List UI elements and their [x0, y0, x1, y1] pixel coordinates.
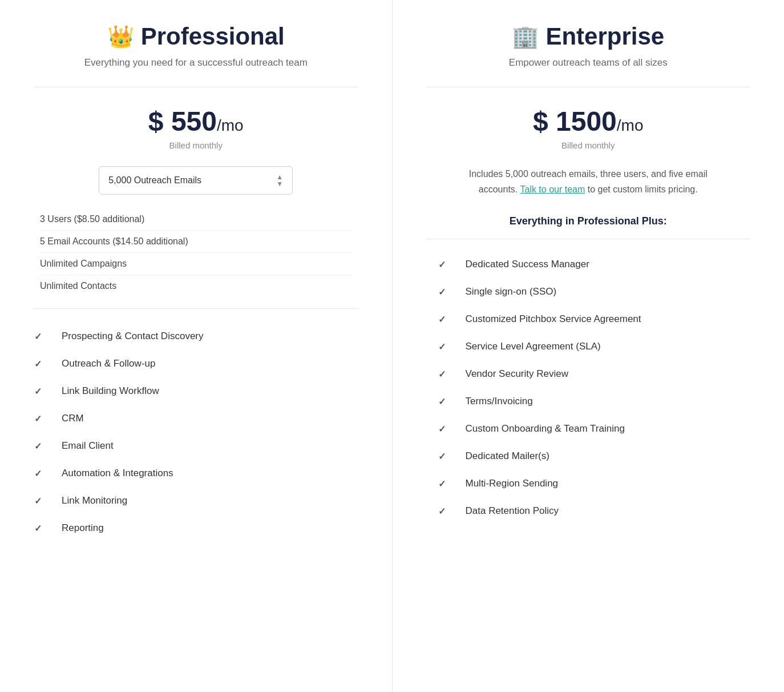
check-icon-outreach: ✓: [34, 359, 48, 369]
feature-crm: ✓ CRM: [34, 405, 358, 432]
enterprise-title: Enterprise: [545, 23, 664, 50]
enterprise-feature-multi-region: ✓ Multi-Region Sending: [427, 470, 750, 497]
enterprise-price-amount: $ 1500: [533, 106, 617, 136]
check-icon-terms-invoicing: ✓: [438, 396, 452, 407]
feature-label-prospecting: Prospecting & Contact Discovery: [62, 331, 204, 342]
check-icon-multi-region: ✓: [438, 478, 452, 489]
enterprise-feature-label-data-retention: Data Retention Policy: [466, 505, 559, 517]
feature-link-building: ✓ Link Building Workflow: [34, 377, 358, 405]
professional-dropdown-label: 5,000 Outreach Emails: [108, 175, 201, 186]
professional-title: Professional: [141, 23, 285, 50]
check-icon-success-manager: ✓: [438, 259, 452, 270]
feature-label-email-client: Email Client: [62, 440, 114, 452]
feature-label-reporting: Reporting: [62, 522, 104, 534]
professional-campaigns: Unlimited Campaigns: [40, 253, 352, 275]
check-icon-sso: ✓: [438, 287, 452, 297]
enterprise-feature-onboarding: ✓ Custom Onboarding & Team Training: [427, 415, 750, 442]
professional-price-section: $ 550/mo Billed monthly: [34, 106, 358, 150]
feature-label-automation: Automation & Integrations: [62, 468, 173, 479]
enterprise-feature-label-dedicated-mailer: Dedicated Mailer(s): [466, 450, 549, 462]
enterprise-subtitle: Empower outreach teams of all sizes: [427, 57, 750, 69]
feature-automation: ✓ Automation & Integrations: [34, 460, 358, 487]
professional-features-divider: [34, 308, 358, 309]
feature-label-link-building: Link Building Workflow: [62, 385, 159, 397]
pricing-container: 👑 Professional Everything you need for a…: [0, 0, 784, 692]
feature-reporting: ✓ Reporting: [34, 514, 358, 542]
check-icon-onboarding: ✓: [438, 424, 452, 434]
check-icon-email-client: ✓: [34, 441, 48, 452]
enterprise-price: $ 1500/mo: [427, 106, 750, 137]
enterprise-feature-data-retention: ✓ Data Retention Policy: [427, 497, 750, 525]
enterprise-feature-label-sla: Service Level Agreement (SLA): [466, 341, 601, 352]
feature-label-outreach: Outreach & Follow-up: [62, 358, 155, 369]
enterprise-feature-label-sso: Single sign-on (SSO): [466, 286, 557, 297]
enterprise-billed: Billed monthly: [427, 140, 750, 150]
enterprise-plan: 🏢 Enterprise Empower outreach teams of a…: [393, 0, 785, 692]
feature-email-client: ✓ Email Client: [34, 432, 358, 460]
enterprise-feature-dedicated-mailer: ✓ Dedicated Mailer(s): [427, 442, 750, 470]
enterprise-feature-label-onboarding: Custom Onboarding & Team Training: [466, 423, 625, 434]
check-icon-automation: ✓: [34, 468, 48, 479]
feature-link-monitoring: ✓ Link Monitoring: [34, 487, 358, 514]
enterprise-feature-sla: ✓ Service Level Agreement (SLA): [427, 333, 750, 360]
dropdown-arrows-icon: ▲ ▼: [276, 174, 283, 187]
enterprise-feature-label-terms-invoicing: Terms/Invoicing: [466, 396, 533, 407]
enterprise-features-divider: [427, 239, 750, 239]
check-icon-service-agreement: ✓: [438, 314, 452, 325]
enterprise-feature-sso: ✓ Single sign-on (SSO): [427, 278, 750, 305]
professional-billed: Billed monthly: [34, 140, 358, 150]
check-icon-prospecting: ✓: [34, 331, 48, 342]
check-icon-sla: ✓: [438, 341, 452, 352]
feature-label-link-monitoring: Link Monitoring: [62, 495, 127, 506]
enterprise-icon: 🏢: [512, 24, 539, 49]
check-icon-crm: ✓: [34, 413, 48, 424]
professional-features: ✓ Prospecting & Contact Discovery ✓ Outr…: [34, 323, 358, 542]
enterprise-price-section: $ 1500/mo Billed monthly: [427, 106, 750, 150]
check-icon-data-retention: ✓: [438, 506, 452, 517]
enterprise-price-period: /mo: [617, 116, 644, 134]
enterprise-divider: [427, 87, 750, 87]
feature-label-crm: CRM: [62, 413, 84, 424]
enterprise-header: 🏢 Enterprise Empower outreach teams of a…: [427, 23, 750, 69]
professional-subtitle: Everything you need for a successful out…: [34, 57, 358, 69]
professional-price-amount: $ 550: [148, 106, 217, 136]
enterprise-features: ✓ Dedicated Success Manager ✓ Single sig…: [427, 251, 750, 525]
professional-contacts: Unlimited Contacts: [40, 275, 352, 297]
talk-to-team-link[interactable]: Talk to our team: [520, 184, 585, 194]
professional-price: $ 550/mo: [34, 106, 358, 137]
professional-divider: [34, 87, 358, 87]
professional-icon: 👑: [107, 24, 134, 49]
professional-email-accounts: 5 Email Accounts ($14.50 additional): [40, 231, 352, 253]
professional-emails-dropdown[interactable]: 5,000 Outreach Emails ▲ ▼: [99, 166, 293, 195]
enterprise-description: Includes 5,000 outreach emails, three us…: [450, 166, 728, 197]
professional-users: 3 Users ($8.50 additional): [40, 208, 352, 231]
check-icon-link-monitoring: ✓: [34, 496, 48, 506]
check-icon-dedicated-mailer: ✓: [438, 451, 452, 462]
enterprise-desc-part2: to get custom limits pricing.: [588, 184, 698, 194]
enterprise-feature-terms-invoicing: ✓ Terms/Invoicing: [427, 388, 750, 415]
professional-details: 3 Users ($8.50 additional) 5 Email Accou…: [34, 208, 358, 297]
everything-title: Everything in Professional Plus:: [427, 215, 750, 227]
enterprise-feature-service-agreement: ✓ Customized Pitchbox Service Agreement: [427, 305, 750, 333]
check-icon-vendor-security: ✓: [438, 369, 452, 380]
feature-prospecting: ✓ Prospecting & Contact Discovery: [34, 323, 358, 350]
professional-plan: 👑 Professional Everything you need for a…: [0, 0, 393, 692]
professional-price-period: /mo: [217, 116, 244, 134]
feature-outreach: ✓ Outreach & Follow-up: [34, 350, 358, 377]
enterprise-feature-success-manager: ✓ Dedicated Success Manager: [427, 251, 750, 278]
enterprise-feature-label-multi-region: Multi-Region Sending: [466, 478, 559, 489]
check-icon-reporting: ✓: [34, 523, 48, 534]
enterprise-feature-vendor-security: ✓ Vendor Security Review: [427, 360, 750, 388]
professional-header: 👑 Professional Everything you need for a…: [34, 23, 358, 69]
professional-dropdown-container: 5,000 Outreach Emails ▲ ▼: [34, 166, 358, 195]
enterprise-feature-label-success-manager: Dedicated Success Manager: [466, 259, 589, 270]
check-icon-link-building: ✓: [34, 386, 48, 397]
enterprise-feature-label-service-agreement: Customized Pitchbox Service Agreement: [466, 313, 641, 325]
enterprise-feature-label-vendor-security: Vendor Security Review: [466, 368, 568, 380]
